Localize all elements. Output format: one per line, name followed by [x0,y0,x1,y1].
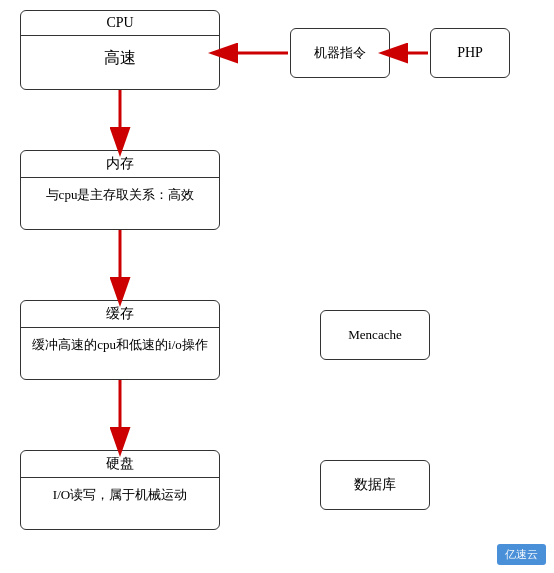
mem-box-title: 内存 [21,151,219,178]
cache-box-title: 缓存 [21,301,219,328]
watermark: 亿速云 [497,544,546,565]
database-label: 数据库 [354,476,396,494]
cpu-box: CPU 高速 [20,10,220,90]
machine-instruction-label: 机器指令 [314,44,366,62]
machine-instruction-box: 机器指令 [290,28,390,78]
cache-box: 缓存 缓冲高速的cpu和低速的i/o操作 [20,300,220,380]
memcache-label: Mencache [348,327,401,343]
php-label: PHP [457,45,483,61]
cache-box-content: 缓冲高速的cpu和低速的i/o操作 [21,328,219,362]
hdd-box: 硬盘 I/O读写，属于机械运动 [20,450,220,530]
mem-box: 内存 与cpu是主存取关系：高效 [20,150,220,230]
cpu-box-title: CPU [21,11,219,36]
diagram-container: CPU 高速 内存 与cpu是主存取关系：高效 缓存 缓冲高速的cpu和低速的i… [10,10,544,563]
mem-box-content: 与cpu是主存取关系：高效 [21,178,219,212]
database-box: 数据库 [320,460,430,510]
hdd-box-content: I/O读写，属于机械运动 [21,478,219,512]
cpu-box-content: 高速 [21,36,219,81]
memcache-box: Mencache [320,310,430,360]
hdd-box-title: 硬盘 [21,451,219,478]
php-box: PHP [430,28,510,78]
